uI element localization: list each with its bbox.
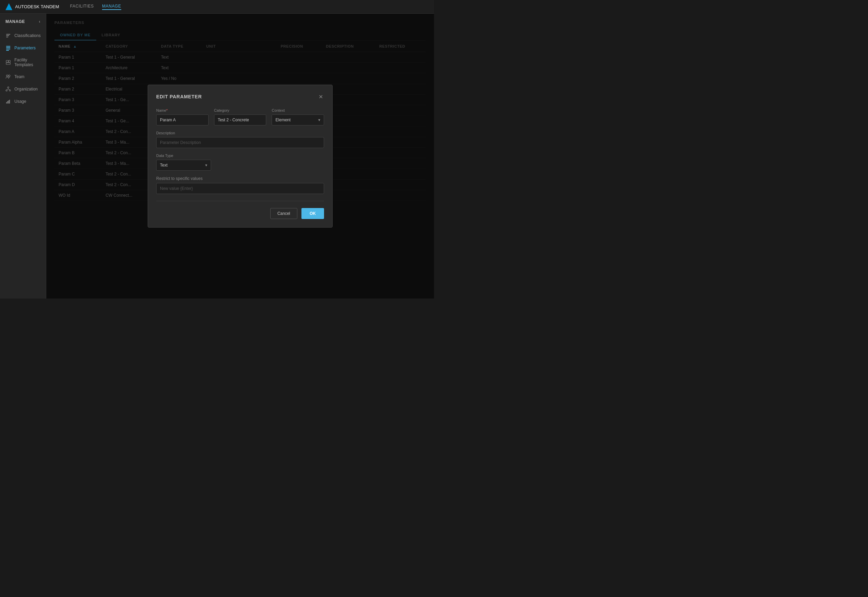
edit-parameter-modal: EDIT PARAMETER Name* Category	[148, 85, 333, 227]
description-group: Description	[156, 131, 324, 148]
svg-rect-21	[9, 100, 10, 104]
content-area: PARAMETERS OWNED BY ME LIBRARY Name ▲ Ca…	[46, 14, 434, 298]
team-icon	[6, 74, 11, 80]
svg-point-10	[6, 75, 8, 77]
main-layout: MANAGE ‹ Classifications Parameters	[0, 14, 434, 298]
category-group: Category	[214, 108, 267, 125]
restrict-label: Restrict to specific values	[156, 176, 324, 181]
svg-rect-8	[9, 60, 10, 62]
svg-rect-20	[8, 100, 9, 104]
sidebar-label-organization: Organization	[14, 87, 38, 92]
description-input[interactable]	[156, 137, 324, 148]
svg-rect-3	[6, 46, 10, 47]
svg-point-14	[9, 90, 10, 91]
description-label: Description	[156, 131, 324, 135]
nav-links: FACILITIES MANAGE	[70, 4, 121, 10]
data-type-chevron-icon	[205, 163, 207, 168]
sidebar-item-organization[interactable]: Organization	[0, 83, 46, 95]
svg-line-16	[6, 89, 8, 90]
svg-point-13	[6, 90, 7, 91]
name-group: Name*	[156, 108, 209, 125]
context-value: Element	[276, 117, 290, 122]
sidebar-header: MANAGE ‹	[0, 19, 46, 30]
data-type-select[interactable]: Text	[156, 160, 211, 171]
app-title: AUTODESK TANDEM	[15, 4, 59, 9]
svg-rect-5	[6, 49, 10, 49]
modal-title: EDIT PARAMETER	[156, 94, 202, 100]
top-navigation: AUTODESK TANDEM FACILITIES MANAGE	[0, 0, 434, 14]
app-logo: AUTODESK TANDEM	[6, 3, 59, 10]
svg-rect-18	[6, 102, 7, 104]
sidebar-label-team: Team	[14, 74, 24, 79]
sidebar-item-usage[interactable]: Usage	[0, 95, 46, 108]
classifications-icon	[6, 33, 11, 39]
parameters-icon	[6, 45, 11, 51]
context-chevron-icon	[318, 117, 320, 122]
svg-point-11	[9, 75, 10, 77]
sidebar-item-team[interactable]: Team	[0, 71, 46, 83]
category-input[interactable]	[214, 114, 267, 125]
facility-templates-icon	[6, 59, 11, 65]
close-button[interactable]	[317, 93, 324, 100]
sidebar-label-parameters: Parameters	[14, 46, 36, 50]
cancel-button[interactable]: Cancel	[270, 208, 297, 219]
name-label: Name*	[156, 108, 209, 113]
svg-rect-7	[6, 60, 8, 62]
sidebar-item-parameters[interactable]: Parameters	[0, 42, 46, 54]
sidebar: MANAGE ‹ Classifications Parameters	[0, 14, 46, 298]
sidebar-label-facility-templates: Facility Templates	[14, 58, 40, 67]
svg-rect-2	[6, 37, 8, 37]
modal-header: EDIT PARAMETER	[156, 93, 324, 100]
modal-overlay: EDIT PARAMETER Name* Category	[46, 14, 434, 298]
sidebar-item-classifications[interactable]: Classifications	[0, 30, 46, 42]
context-label: Context	[272, 108, 324, 113]
sidebar-collapse-icon[interactable]: ‹	[39, 19, 40, 24]
svg-rect-4	[6, 47, 10, 48]
restrict-input[interactable]	[156, 183, 324, 194]
svg-rect-9	[6, 63, 10, 64]
sidebar-item-facility-templates[interactable]: Facility Templates	[0, 54, 46, 71]
svg-point-12	[7, 87, 9, 88]
name-input[interactable]	[156, 114, 209, 125]
logo-icon	[6, 3, 12, 10]
organization-icon	[6, 86, 11, 92]
sidebar-label-classifications: Classifications	[14, 33, 41, 38]
svg-rect-0	[6, 34, 10, 35]
data-type-group: Data Type Text	[156, 153, 324, 171]
svg-rect-6	[6, 50, 9, 51]
sidebar-label-usage: Usage	[14, 99, 27, 104]
sidebar-title: MANAGE	[6, 19, 25, 24]
nav-manage[interactable]: MANAGE	[102, 4, 121, 10]
nav-facilities[interactable]: FACILITIES	[70, 4, 94, 10]
svg-rect-19	[7, 101, 8, 104]
data-type-value: Text	[160, 163, 167, 168]
restrict-group: Restrict to specific values	[156, 176, 324, 194]
modal-buttons: Cancel OK	[156, 208, 324, 219]
usage-icon	[6, 99, 11, 104]
svg-line-17	[8, 89, 10, 90]
form-row-1: Name* Category Context Element	[156, 108, 324, 125]
context-group: Context Element	[272, 108, 324, 125]
category-label: Category	[214, 108, 267, 113]
data-type-label: Data Type	[156, 153, 324, 157]
modal-divider	[156, 201, 324, 201]
svg-rect-1	[6, 35, 9, 36]
ok-button[interactable]: OK	[301, 208, 324, 219]
context-select[interactable]: Element	[272, 114, 324, 125]
